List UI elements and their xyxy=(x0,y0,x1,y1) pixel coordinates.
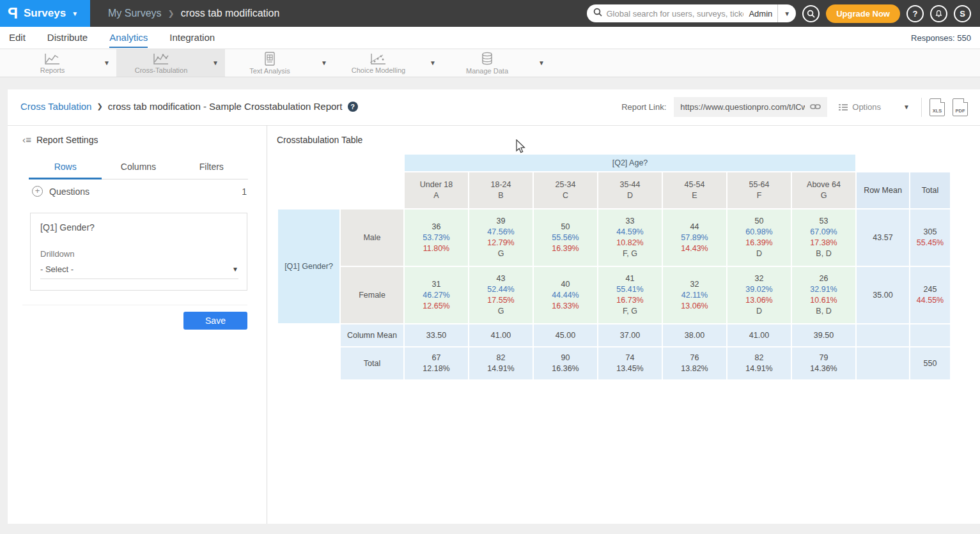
options-label: Options xyxy=(852,102,881,112)
list-icon xyxy=(839,103,848,111)
upgrade-now-button[interactable]: Upgrade Now xyxy=(826,4,900,23)
col-header-under-18: Under 18A xyxy=(405,172,468,208)
tool-caret-reports[interactable]: ▼ xyxy=(97,49,116,77)
export-pdf-button[interactable]: PDF xyxy=(953,98,968,116)
report-link-box[interactable]: https://www.questionpro.com/t/lCw3Zc xyxy=(674,97,827,117)
total-35-44: 7413.45% xyxy=(598,347,662,379)
link-icon[interactable] xyxy=(810,102,821,113)
breadcrumb-current-survey: cross tab modification xyxy=(181,8,280,19)
col-header-45-54: 45-54E xyxy=(663,172,726,208)
tool-button-cross-tabulation[interactable]: Cross-Tabulation xyxy=(116,49,206,77)
tool-caret-text-analysis[interactable]: ▼ xyxy=(315,49,334,77)
row-mean-male: 43.57 xyxy=(857,210,909,266)
tab-rows[interactable]: Rows xyxy=(29,158,102,179)
total-rowmean xyxy=(857,347,909,379)
row-mean-header: Row Mean xyxy=(857,172,909,208)
tool-label-reports: Reports xyxy=(40,66,65,74)
search-submit-button[interactable] xyxy=(802,5,820,22)
cell-male-55-64: 5060.98%16.39%D xyxy=(727,210,791,266)
row-total-female: 24544.55% xyxy=(910,267,950,323)
content-card: Cross Tabulation ❯ cross tab modificatio… xyxy=(8,89,980,524)
notifications-button[interactable] xyxy=(930,5,947,22)
tool-caret-manage-data[interactable]: ▼ xyxy=(532,49,551,77)
row-total-male: 30555.45% xyxy=(910,210,950,266)
drilldown-select[interactable]: - Select - ▼ xyxy=(40,264,238,279)
total-row-label: Total xyxy=(341,347,403,379)
cell-male-under-18: 3653.73%11.80% xyxy=(405,210,468,266)
nav-items: EditDistributeAnalyticsIntegration xyxy=(9,27,237,48)
cell-female-above-64: 2632.91%10.61%B, D xyxy=(792,267,855,323)
options-button[interactable]: Options ▼ xyxy=(835,102,914,112)
col-header-35-44: 35-44D xyxy=(598,172,662,208)
crosstab-table: [Q2] Age?Under 18A18-24B25-34C35-44D45-5… xyxy=(277,153,951,381)
search-input[interactable] xyxy=(606,9,743,19)
chevron-down-icon: ▼ xyxy=(903,103,910,111)
report-link-bar: Report Link: https://www.questionpro.com… xyxy=(621,97,968,117)
column-mean-above-64: 39.50 xyxy=(792,324,855,346)
export-xls-button[interactable]: XLS xyxy=(929,98,945,116)
total-under-18: 6712.18% xyxy=(405,347,468,379)
cell-female-25-34: 4044.44%16.33% xyxy=(534,267,597,323)
nav-item-distribute[interactable]: Distribute xyxy=(47,27,88,48)
column-mean-under-18: 33.50 xyxy=(405,324,468,346)
tab-columns[interactable]: Columns xyxy=(102,158,175,179)
report-help-icon[interactable]: ? xyxy=(348,102,358,112)
mouse-cursor-icon xyxy=(515,139,527,157)
topbar-actions: Admin ▼ Upgrade Now ? S xyxy=(587,4,980,23)
spacer-cell xyxy=(278,172,403,208)
tool-group-manage-data: Manage Data▼ xyxy=(442,49,551,77)
search-scope-label[interactable]: Admin xyxy=(743,9,777,19)
drilldown-label: Drilldown xyxy=(40,249,74,259)
cell-male-18-24: 3947.56%12.79%G xyxy=(469,210,533,266)
cell-female-45-54: 3242.11%13.06% xyxy=(663,267,726,323)
column-mean-label: Column Mean xyxy=(341,324,403,346)
nav-item-integration[interactable]: Integration xyxy=(169,27,215,48)
scatter-chart-icon xyxy=(370,52,387,65)
tool-caret-cross-tabulation[interactable]: ▼ xyxy=(206,49,225,77)
tool-label-text-analysis: Text Analysis xyxy=(249,67,290,75)
tool-button-manage-data[interactable]: Manage Data xyxy=(442,49,532,77)
tool-button-reports[interactable]: Reports xyxy=(8,49,97,77)
col-question-header: [Q2] Age? xyxy=(405,155,855,171)
cell-male-25-34: 5055.56%16.39% xyxy=(534,210,597,266)
column-mean-18-24: 41.00 xyxy=(469,324,533,346)
questions-label: Questions xyxy=(49,187,89,197)
tool-caret-choice-modelling[interactable]: ▼ xyxy=(423,49,442,77)
header-divider xyxy=(8,125,980,126)
tool-label-choice-modelling: Choice Modelling xyxy=(352,66,405,74)
column-mean-25-34: 45.00 xyxy=(534,324,597,346)
crosstab-table-wrap: [Q2] Age?Under 18A18-24B25-34C35-44D45-5… xyxy=(277,153,951,381)
report-link-url[interactable]: https://www.questionpro.com/t/lCw3Zc xyxy=(680,102,805,112)
questions-count: 1 xyxy=(242,187,247,197)
column-mean-55-64: 41.00 xyxy=(727,324,791,346)
product-name: Surveys xyxy=(24,7,66,20)
divider xyxy=(22,305,247,305)
chevron-down-icon: ▼ xyxy=(784,10,790,17)
breadcrumb-my-surveys[interactable]: My Surveys xyxy=(108,8,162,19)
search-scope-dropdown[interactable]: ▼ xyxy=(777,4,796,22)
cross-tabulation-link[interactable]: Cross Tabulation xyxy=(20,101,91,112)
search-icon xyxy=(593,8,602,19)
line-chart-icon xyxy=(44,52,61,65)
tool-button-text-analysis[interactable]: Text Analysis xyxy=(225,49,315,77)
nav-item-edit[interactable]: Edit xyxy=(9,27,26,48)
nav-item-analytics[interactable]: Analytics xyxy=(109,27,148,48)
spacer-cell xyxy=(857,155,950,171)
user-avatar[interactable]: S xyxy=(954,5,971,22)
help-button[interactable]: ? xyxy=(906,5,924,22)
save-button[interactable]: Save xyxy=(183,312,247,330)
pdf-icon: PDF xyxy=(953,108,967,114)
add-question-icon[interactable]: + xyxy=(32,186,43,197)
collapse-panel-icon[interactable]: ‹ ≡ xyxy=(22,134,30,145)
cell-male-35-44: 3344.59%10.82%F, G xyxy=(598,210,662,266)
questionpro-logo-icon: P xyxy=(8,4,18,22)
report-settings-header: ‹ ≡ Report Settings xyxy=(22,134,98,145)
product-switcher[interactable]: P Surveys ▼ xyxy=(0,0,90,27)
tab-filters[interactable]: Filters xyxy=(175,158,248,179)
report-title: cross tab modification - Sample Crosstab… xyxy=(108,101,343,112)
row-question-header: [Q1] Gender? xyxy=(278,210,339,323)
tool-button-choice-modelling[interactable]: Choice Modelling xyxy=(334,49,423,77)
col-header-55-64: 55-64F xyxy=(727,172,791,208)
question-card: [Q1] Gender? Drilldown - Select - ▼ xyxy=(30,213,247,291)
survey-nav: EditDistributeAnalyticsIntegration Respo… xyxy=(0,27,980,49)
